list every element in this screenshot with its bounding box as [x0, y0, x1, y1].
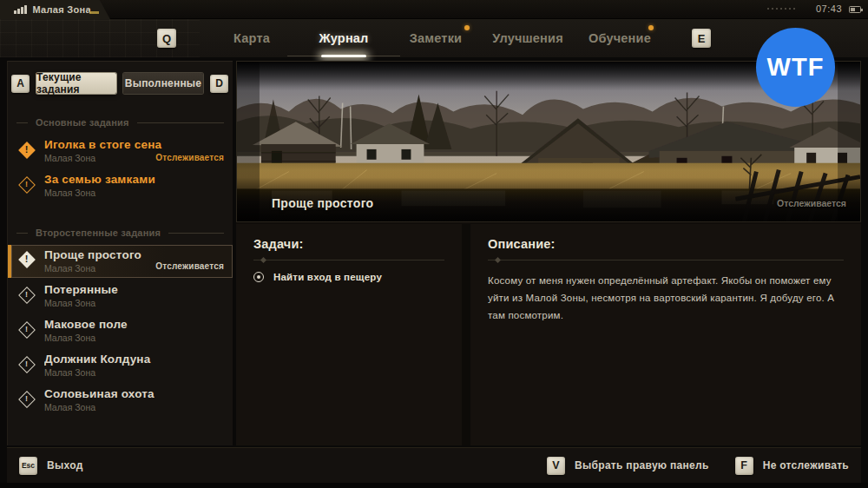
description-header: Описание:	[488, 237, 844, 251]
quest-title: Проще простого	[272, 196, 373, 210]
tasks-header: Задачи:	[253, 237, 444, 251]
battery-icon	[849, 6, 861, 13]
quest-row-selected[interactable]: ! Проще простого Малая Зона Отслеживаетс…	[8, 245, 233, 278]
quest-row[interactable]: ! Должник Колдуна Малая Зона	[8, 349, 233, 384]
quest-filter-row: A Текущие задания Выполненные D	[8, 62, 233, 94]
quest-exclamation-icon: !	[19, 287, 34, 302]
device-marking	[89, 11, 99, 14]
tasks-column: Задачи: Найти вход в пещеру	[236, 224, 462, 445]
wtf-watermark: WTF	[756, 28, 835, 107]
quest-exclamation-icon: !	[19, 392, 34, 406]
tab-upgrades[interactable]: Улучшения	[482, 31, 574, 45]
zone-name: Малая Зона	[33, 4, 91, 15]
prev-tab-keycap: Q	[157, 29, 176, 48]
quest-exclamation-icon: !	[19, 357, 34, 372]
tracked-badge: Отслеживается	[155, 261, 224, 271]
description-column: Описание: Косому от меня нужен определён…	[470, 224, 861, 445]
divider	[488, 260, 844, 260]
filter-next-keycap: D	[210, 75, 228, 93]
notes-notification-dot	[464, 25, 470, 30]
divider	[253, 260, 444, 260]
task-item: Найти вход в пещеру	[253, 272, 444, 282]
quest-detail-panel: Проще простого Отслеживается Задачи: Най…	[236, 61, 861, 445]
quest-row[interactable]: ! Потерянные Малая Зона	[8, 280, 233, 314]
clock: 07:43	[816, 3, 842, 14]
menu-bar: Q Карта Журнал Заметки Улучшения Обучени…	[0, 19, 868, 57]
tab-notes[interactable]: Заметки	[390, 31, 482, 45]
filter-prev-keycap: A	[11, 75, 30, 93]
esc-keycap: Esc	[19, 457, 37, 475]
device-vents	[767, 8, 795, 10]
quest-row[interactable]: ! Иголка в стоге сена Малая Зона Отслежи…	[8, 135, 233, 169]
signal-strength-icon	[14, 5, 27, 14]
quest-row[interactable]: ! Соловьиная охота Малая Зона	[8, 384, 233, 419]
quest-tracked-status: Отслеживается	[777, 198, 846, 208]
filter-completed-quests[interactable]: Выполненные	[123, 73, 203, 94]
f-keycap: F	[735, 457, 753, 475]
quest-details: Задачи: Найти вход в пещеру Описание: Ко…	[236, 224, 861, 445]
quest-row[interactable]: ! Маковое поле Малая Зона	[8, 314, 233, 349]
section-main-quests: Основные задания	[16, 117, 224, 128]
objective-target-icon	[253, 272, 264, 282]
pda-journal-screen: Малая Зона 07:43 Q Карта Журнал Заметки …	[0, 0, 868, 488]
v-keycap: V	[547, 457, 565, 475]
tab-tutorial[interactable]: Обучение	[574, 31, 666, 45]
quest-exclamation-icon: !	[19, 142, 34, 157]
tab-map[interactable]: Карта	[206, 31, 298, 45]
section-side-quests: Второстепенные задания	[16, 228, 224, 238]
quest-exclamation-icon: !	[19, 322, 34, 337]
next-tab-keycap: E	[692, 29, 711, 48]
select-right-panel-hint[interactable]: V Выбрать правую панель	[547, 457, 709, 475]
quest-row[interactable]: ! За семью замками Малая Зона	[8, 169, 233, 204]
zone-indicator: Малая Зона	[0, 0, 110, 19]
exit-hint[interactable]: Esc Выход	[19, 457, 83, 475]
untrack-hint[interactable]: F Не отслеживать	[735, 457, 849, 475]
hint-bar: Esc Выход V Выбрать правую панель F Не о…	[7, 447, 861, 483]
quest-exclamation-icon: !	[19, 252, 34, 267]
filter-current-quests[interactable]: Текущие задания	[36, 73, 116, 94]
tracked-badge: Отслеживается	[155, 153, 224, 162]
device-frame-bottom	[0, 483, 868, 488]
tab-journal[interactable]: Журнал	[298, 31, 390, 45]
quest-description: Косому от меня нужен определённый артефа…	[488, 272, 844, 324]
status-bar: Малая Зона 07:43	[0, 0, 868, 19]
quest-list-panel: A Текущие задания Выполненные D Основные…	[7, 61, 233, 445]
quest-exclamation-icon: !	[19, 177, 34, 192]
tutorial-notification-dot	[648, 25, 654, 30]
